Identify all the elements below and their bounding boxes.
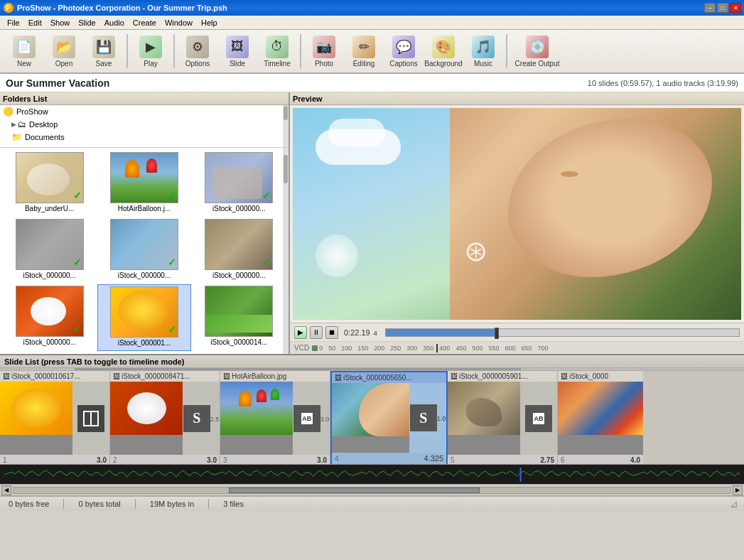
editing-button[interactable]: ✏ Editing bbox=[345, 33, 382, 70]
menu-bar: File Edit Show Slide Audio Create Window… bbox=[0, 16, 744, 30]
file-label-landscape: iStock_000000... bbox=[118, 271, 171, 279]
file-thumb-group[interactable]: ✓ iStock_000000... bbox=[3, 217, 96, 283]
menu-file[interactable]: File bbox=[3, 17, 24, 28]
menu-window[interactable]: Window bbox=[161, 17, 197, 28]
slide-list: Slide List (press TAB to toggle to timel… bbox=[0, 354, 744, 464]
slide-thumb-3 bbox=[220, 382, 293, 435]
pause-control-btn[interactable]: ⏸ bbox=[310, 326, 323, 339]
slide-number-4: 4 bbox=[335, 455, 339, 463]
folder-documents[interactable]: 📁 Documents bbox=[0, 131, 289, 144]
file-thumb-flower[interactable]: ✓ iStock_000001... bbox=[97, 284, 190, 351]
slide-cell-5[interactable]: 🖼 iStock_0000005901... AB 5 2.75 bbox=[448, 371, 558, 465]
slide-cell-4[interactable]: 🖼 iStock_0000005650... S 1.0 4 4.325 bbox=[330, 371, 448, 465]
toolbar-separator-3 bbox=[300, 34, 301, 68]
time-display: 0:22.19 4 bbox=[344, 328, 379, 337]
new-button[interactable]: 📄 New bbox=[6, 33, 43, 70]
file-thumb-rock[interactable]: ✓ iStock_000000... bbox=[193, 217, 286, 283]
check-mark-people: ✓ bbox=[262, 190, 271, 201]
check-mark-group: ✓ bbox=[73, 257, 82, 268]
timeline-button[interactable]: ⏱ Timeline bbox=[259, 33, 296, 70]
check-mark-flower: ✓ bbox=[168, 324, 176, 335]
toolbar-separator-1 bbox=[126, 34, 128, 68]
slide-thumb-area-4: S 1.0 bbox=[332, 383, 446, 453]
folder-name-desktop: Desktop bbox=[29, 120, 58, 129]
preview-header: Preview bbox=[290, 92, 744, 105]
info-bar: Our Summer Vacation 10 slides (0:59.57),… bbox=[0, 74, 744, 92]
thumb-img-baby: ✓ bbox=[16, 152, 84, 203]
file-label-balloon: HotAirBalloon.j... bbox=[118, 205, 171, 212]
scroll-left-button[interactable]: ◀ bbox=[1, 485, 11, 495]
minimize-button[interactable]: ─ bbox=[704, 3, 716, 13]
ruler-marks: 0 50 100 150 200 250 300 350 400 450 500… bbox=[312, 344, 740, 352]
file-thumb-baseball[interactable]: ✓ iStock_000000... bbox=[3, 284, 96, 351]
status-free: 0 bytes free bbox=[6, 498, 52, 510]
main-area: Folders List 🟡 ProShow ▶ 🗂 Desktop 📁 Doc… bbox=[0, 92, 744, 354]
audio-track bbox=[0, 464, 744, 484]
folder-proshow[interactable]: 🟡 ProShow bbox=[0, 105, 289, 118]
expand-arrow: ▶ bbox=[11, 121, 16, 128]
open-button[interactable]: 📂 Open bbox=[45, 33, 82, 70]
transition-box-2: S bbox=[183, 405, 210, 432]
file-label-group: iStock_000000... bbox=[23, 271, 76, 279]
create-output-button[interactable]: 💿 Create Output bbox=[512, 33, 563, 70]
folders-scrollbar[interactable] bbox=[283, 105, 289, 147]
toolbar-separator-4 bbox=[506, 34, 507, 68]
h-scroll-track[interactable] bbox=[13, 487, 731, 494]
options-button[interactable]: ⚙ Options bbox=[179, 33, 216, 70]
slide-thumb-1 bbox=[0, 382, 72, 435]
status-sep-3 bbox=[208, 499, 209, 509]
slide-cell-3[interactable]: 🖼 HotAirBalloon.jpg AB 3.0 bbox=[220, 371, 330, 465]
menu-audio[interactable]: Audio bbox=[100, 17, 129, 28]
slide-number-6: 6 bbox=[561, 456, 565, 464]
menu-create[interactable]: Create bbox=[129, 17, 161, 28]
h-scrollbar[interactable]: ◀ ▶ bbox=[0, 484, 744, 495]
menu-edit[interactable]: Edit bbox=[24, 17, 46, 28]
maximize-button[interactable]: □ bbox=[717, 3, 728, 13]
menu-help[interactable]: Help bbox=[197, 17, 222, 28]
slide-cell-2[interactable]: 🖼 iStock_0000008471... S 2.5 2 3.0 bbox=[110, 371, 220, 465]
file-thumb-meadow[interactable]: iStock_0000014... bbox=[193, 284, 286, 351]
app-icon: P bbox=[3, 2, 14, 14]
slide-bottom-4: 4 4.325 bbox=[332, 453, 446, 464]
files-scroll-thumb bbox=[284, 155, 288, 183]
toolbar-separator-2 bbox=[173, 34, 175, 68]
status-sep-2 bbox=[135, 499, 136, 509]
music-button[interactable]: 🎵 Music bbox=[465, 33, 502, 70]
scroll-right-button[interactable]: ▶ bbox=[733, 485, 743, 495]
slide-cell-1[interactable]: 🖼 iStock_0000010617... 1 3.0 bbox=[0, 371, 110, 465]
save-button[interactable]: 💾 Save bbox=[85, 33, 122, 70]
menu-slide[interactable]: Slide bbox=[74, 17, 99, 28]
play-button[interactable]: ▶ Play bbox=[132, 33, 169, 70]
toolbar: 📄 New 📂 Open 💾 Save ▶ Play ⚙ Options 🖼 S… bbox=[0, 30, 744, 74]
slide-tool-button[interactable]: 🖼 Slide bbox=[219, 33, 256, 70]
file-thumb-baby[interactable]: ✓ Baby_underU... bbox=[3, 151, 96, 216]
preview-progress[interactable] bbox=[385, 328, 740, 337]
file-label-people: iStock_000000... bbox=[212, 205, 266, 212]
slide-cell-6[interactable]: 🖼 iStock_0000 6 4.0 bbox=[558, 371, 643, 465]
folder-desktop[interactable]: ▶ 🗂 Desktop bbox=[0, 118, 289, 131]
captions-button[interactable]: 💬 Captions bbox=[385, 33, 422, 70]
resize-grip[interactable]: ⊿ bbox=[730, 498, 738, 510]
stop-control-btn[interactable]: ⏹ bbox=[325, 326, 338, 339]
check-mark-baseball: ✓ bbox=[73, 323, 82, 335]
play-control-btn[interactable]: ▶ bbox=[294, 326, 307, 339]
file-thumb-people[interactable]: ✓ iStock_000000... bbox=[193, 151, 286, 216]
folders-list[interactable]: 🟡 ProShow ▶ 🗂 Desktop 📁 Documents bbox=[0, 105, 289, 148]
background-button[interactable]: 🎨 Background bbox=[425, 33, 462, 70]
file-thumb-landscape[interactable]: ✓ iStock_000000... bbox=[97, 217, 190, 283]
slides-container[interactable]: 🖼 iStock_0000010617... 1 3.0 bbox=[0, 371, 744, 465]
check-mark-baby: ✓ bbox=[73, 190, 82, 201]
file-thumb-balloon[interactable]: ✓ HotAirBalloon.j... bbox=[97, 151, 190, 216]
h-scroll-thumb[interactable] bbox=[229, 488, 480, 493]
file-label-rock: iStock_000000... bbox=[212, 271, 266, 279]
title-bar: P ProShow - Photodex Corporation - Our S… bbox=[0, 0, 744, 16]
proshow-icon: 🟡 bbox=[3, 107, 14, 117]
files-scrollbar[interactable] bbox=[283, 148, 289, 354]
transition-box-3: AB bbox=[293, 405, 320, 432]
menu-show[interactable]: Show bbox=[46, 17, 75, 28]
progress-handle[interactable] bbox=[495, 328, 499, 339]
close-button[interactable]: ✕ bbox=[730, 3, 741, 13]
slide-scroll-thumb bbox=[75, 368, 521, 370]
slide-duration-1: 3.0 bbox=[97, 456, 107, 464]
photo-button[interactable]: 📷 Photo bbox=[306, 33, 343, 70]
